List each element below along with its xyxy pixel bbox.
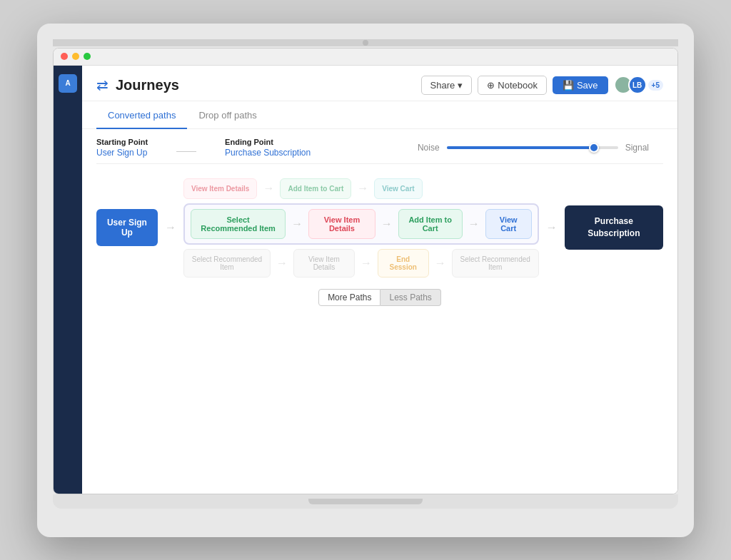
- header-right: Share ▾ ⊕ Notebook 💾 Save: [421, 76, 663, 95]
- slider-thumb[interactable]: [589, 143, 599, 153]
- signal-label: Signal: [625, 143, 649, 153]
- filter-left: Starting Point User Sign Up —— Ending Po…: [96, 138, 311, 158]
- tabs-row: Converted paths Drop off paths: [82, 103, 677, 129]
- top-node-2: Add Item to Cart: [280, 178, 351, 199]
- avatar-count: +5: [648, 80, 663, 91]
- save-button[interactable]: 💾 Save: [553, 76, 608, 94]
- bottom-arrow-3: →: [432, 257, 449, 270]
- bottom-arrow-1: →: [273, 257, 291, 270]
- starting-point-group: Starting Point User Sign Up: [96, 138, 148, 158]
- main-node-4: View Cart: [485, 209, 532, 239]
- main-node-1: Select Recommended Item: [191, 209, 286, 239]
- close-dot: [61, 53, 68, 60]
- laptop-screen: A ⇄ Journeys Share ▾ ⊕: [53, 48, 678, 494]
- bottom-node-2: View Item Details: [293, 249, 355, 278]
- noise-label: Noise: [418, 143, 440, 153]
- arrow-1: →: [162, 221, 179, 234]
- save-label: Save: [577, 80, 598, 91]
- app-container: A ⇄ Journeys Share ▾ ⊕: [54, 66, 677, 494]
- laptop-notch: [53, 39, 678, 46]
- main-arrow-2: →: [378, 218, 395, 230]
- chevron-down-icon: ▾: [458, 80, 463, 91]
- sidebar: A: [54, 66, 82, 494]
- avatar-group: LB +5: [614, 76, 663, 94]
- save-icon: 💾: [563, 80, 574, 91]
- header-left: ⇄ Journeys: [96, 76, 179, 93]
- more-less-row: More Paths Less Paths: [96, 289, 663, 306]
- end-node: Purchase Subscription: [565, 205, 663, 250]
- arrow-separator: ——: [176, 138, 196, 158]
- avatar-2: LB: [628, 76, 647, 94]
- ending-point-label: Ending Point: [225, 138, 311, 146]
- camera: [363, 40, 368, 46]
- share-button[interactable]: Share ▾: [421, 76, 473, 95]
- filter-row: Starting Point User Sign Up —— Ending Po…: [82, 129, 677, 163]
- laptop-base: [53, 494, 678, 509]
- sidebar-logo: A: [59, 74, 77, 93]
- main-node-3: Add Item to Cart: [398, 209, 463, 239]
- start-node: User Sign Up: [96, 209, 158, 246]
- plus-icon: ⊕: [487, 80, 495, 91]
- ending-point-group: Ending Point Purchase Subscription: [225, 138, 311, 158]
- more-paths-button[interactable]: More Paths: [318, 289, 380, 306]
- main-content: ⇄ Journeys Share ▾ ⊕ Notebook �: [82, 66, 677, 494]
- fullscreen-dot: [84, 53, 91, 60]
- notebook-label: Notebook: [498, 80, 538, 91]
- less-paths-button[interactable]: Less Paths: [380, 289, 440, 306]
- main-node-2: View Item Details: [308, 209, 375, 239]
- noise-slider-track[interactable]: [447, 146, 618, 149]
- ending-point-value[interactable]: Purchase Subscription: [225, 148, 311, 158]
- paths-block: View Item Details → Add Item to Cart → V…: [183, 178, 539, 278]
- flow-container: User Sign Up → View Item Details → Add I…: [96, 178, 663, 278]
- starting-point-value[interactable]: User Sign Up: [96, 148, 148, 158]
- bottom-node-1: Select Recommended Item: [183, 249, 271, 278]
- arrow-end: →: [543, 221, 560, 234]
- tab-converted-paths[interactable]: Converted paths: [96, 103, 187, 129]
- notebook-button[interactable]: ⊕ Notebook: [478, 76, 547, 95]
- starting-point-label: Starting Point: [96, 138, 148, 146]
- bottom-arrow-2: →: [358, 257, 375, 270]
- main-row: Select Recommended Item → View Item Deta…: [183, 203, 539, 245]
- share-label: Share: [430, 80, 455, 91]
- main-arrow-1: →: [288, 218, 306, 230]
- bottom-node-4: Select Recommended Item: [452, 249, 539, 278]
- app-title: Journeys: [116, 77, 179, 93]
- tab-drop-off-paths[interactable]: Drop off paths: [187, 103, 268, 129]
- bottom-node-3: End Session: [378, 249, 429, 278]
- top-arrow-2: →: [354, 182, 371, 195]
- slider-fill: [447, 146, 593, 149]
- main-arrow-3: →: [465, 218, 483, 230]
- minimize-dot: [72, 53, 79, 60]
- top-node-3: View Cart: [374, 178, 422, 199]
- journeys-logo-icon: ⇄: [96, 76, 109, 93]
- top-arrow-1: →: [260, 182, 277, 195]
- top-node-1: View Item Details: [183, 178, 258, 199]
- laptop-frame: A ⇄ Journeys Share ▾ ⊕: [37, 24, 694, 537]
- laptop-foot: [308, 499, 423, 504]
- bottom-row: Select Recommended Item → View Item Deta…: [183, 249, 539, 278]
- top-row: View Item Details → Add Item to Cart → V…: [183, 178, 539, 199]
- app-header: ⇄ Journeys Share ▾ ⊕ Notebook �: [82, 66, 677, 101]
- journey-canvas: User Sign Up → View Item Details → Add I…: [82, 164, 677, 494]
- noise-control: Noise Signal: [311, 143, 663, 153]
- titlebar: [54, 49, 677, 66]
